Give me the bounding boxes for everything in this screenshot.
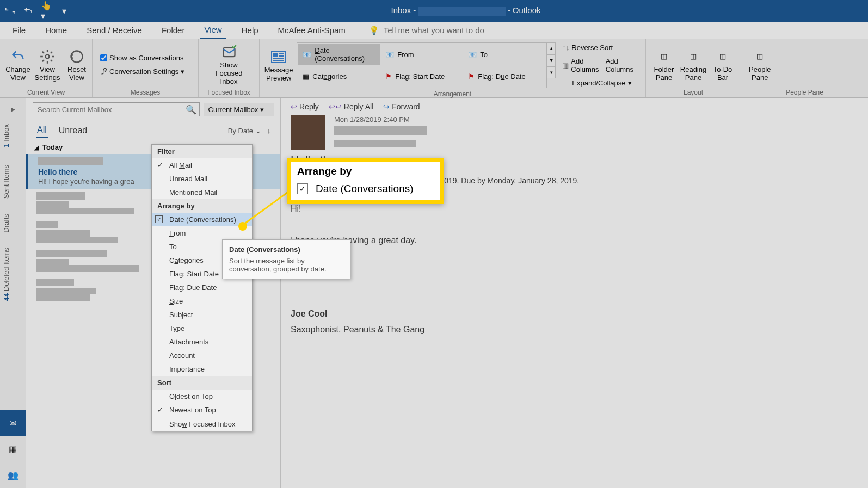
group-label-current-view: Current View — [4, 88, 88, 96]
gallery-scroll-up[interactable]: ▲ — [547, 42, 556, 54]
callout-item-label: Date (Conversations) — [316, 183, 414, 195]
expand-collapse-button[interactable]: ⁺⁻Expand/Collapse ▾ — [559, 77, 641, 89]
search-input[interactable] — [33, 103, 183, 116]
account-redacted — [418, 7, 506, 16]
mail-icon: 📧 — [468, 51, 477, 59]
arrange-from[interactable]: 📧From — [381, 44, 463, 65]
ctx-all-mail[interactable]: All Mail — [152, 158, 252, 172]
gallery-scroll-down[interactable]: ▼ — [547, 54, 556, 66]
ctx-importance[interactable]: Importance — [152, 362, 252, 376]
people-pane-button[interactable]: ◫People Pane — [746, 46, 774, 84]
group-label-messages: Messages — [97, 88, 194, 96]
ctx-attachments[interactable]: Attachments — [152, 335, 252, 349]
search-box[interactable]: 🔍 — [33, 102, 200, 116]
search-icon[interactable]: 🔍 — [183, 103, 199, 116]
view-settings-button[interactable]: View Settings — [34, 46, 61, 84]
reply-all-icon: ↩↩ — [329, 102, 342, 111]
tooltip-title: Date (Conversations) — [229, 245, 343, 254]
message-body: Hi! I hope you're having a great day. Jo… — [291, 201, 858, 337]
expand-icon: ⁺⁻ — [562, 79, 570, 87]
reply-button[interactable]: ↩Reply — [291, 102, 319, 111]
expand-rail-button[interactable]: ▸ — [0, 101, 26, 116]
arrange-date-conversations[interactable]: 📧Date (Conversations) — [298, 44, 380, 65]
reset-view-button[interactable]: Reset View — [63, 46, 90, 84]
gear-icon — [39, 48, 56, 65]
flag-icon: ⚑ — [468, 72, 475, 81]
tab-view[interactable]: View — [200, 22, 226, 39]
show-conversations-checkbox[interactable]: Show as Conversations — [97, 52, 188, 64]
callout-arrange-by: Arrange by ✓ Date (Conversations) — [287, 158, 444, 204]
ctx-flag-due[interactable]: Flag: Due Date — [152, 281, 252, 294]
rail-sent-items[interactable]: Sent Items — [0, 157, 26, 206]
arrange-flag-due[interactable]: ⚑Flag: Due Date — [464, 66, 545, 87]
folder-pane-button[interactable]: ◫Folder Pane — [650, 46, 678, 84]
add-columns-button[interactable]: ▥Add ColumnsAdd Columns — [559, 55, 641, 76]
rail-deleted-items[interactable]: 44 Deleted Items — [0, 240, 26, 311]
ctx-date-conversations[interactable]: Date (Conversations) — [152, 213, 252, 226]
change-view-icon — [9, 48, 27, 65]
tab-mcafee[interactable]: McAfee Anti-Spam — [274, 22, 350, 38]
message-preview-button[interactable]: Message Preview — [264, 46, 293, 84]
tooltip-body: Sort the message list by conversation, g… — [229, 257, 343, 273]
tab-help[interactable]: Help — [237, 22, 263, 38]
arrange-to[interactable]: 📧To — [464, 44, 545, 65]
sort-icon: ↑↓ — [562, 44, 569, 52]
reading-pane-icon: ◫ — [685, 48, 702, 65]
reading-pane-button[interactable]: ◫Reading Pane — [680, 46, 707, 84]
rail-calendar-icon[interactable]: ▦ — [0, 436, 26, 462]
ctx-header-sort: Sort — [152, 376, 252, 390]
ribbon: Change View View Settings Reset View Cur… — [0, 39, 868, 98]
gallery-more[interactable]: ▾ — [547, 66, 556, 78]
group-label-people-pane: People Pane — [746, 88, 864, 96]
filter-all[interactable]: All — [36, 123, 48, 138]
sender-avatar — [291, 115, 325, 150]
ctx-mentioned-mail[interactable]: Mentioned Mail — [152, 186, 252, 199]
tab-file[interactable]: File — [8, 22, 30, 38]
reply-all-button[interactable]: ↩↩Reply All — [329, 102, 373, 111]
todo-icon: ◫ — [714, 48, 731, 65]
arrangement-gallery[interactable]: 📧Date (Conversations) 📧From 📧To ▦Categor… — [297, 42, 547, 88]
ctx-unread-mail[interactable]: Unread Mail — [152, 172, 252, 186]
ctx-type[interactable]: Type — [152, 322, 252, 335]
arrange-flag-start[interactable]: ⚑Flag: Start Date — [381, 66, 463, 87]
rail-mail-icon[interactable]: ✉ — [0, 410, 26, 436]
ctx-oldest-on-top[interactable]: Oldest on Top — [152, 390, 252, 403]
ctx-from[interactable]: From — [152, 226, 252, 240]
ctx-newest-on-top[interactable]: Newest on Top — [152, 403, 252, 417]
ctx-show-focused[interactable]: Show Focused Inbox — [152, 417, 252, 431]
group-label-focused-inbox: Focused Inbox — [203, 88, 255, 96]
tab-home[interactable]: Home — [41, 22, 71, 38]
show-focused-inbox-button[interactable]: Show Focused Inbox — [203, 41, 255, 88]
touch-icon[interactable]: 👆▾ — [41, 6, 51, 16]
tell-me-search[interactable]: 💡 Tell me what you want to do — [369, 26, 484, 35]
tab-folder[interactable]: Folder — [157, 22, 189, 38]
qat-customize-icon[interactable]: ▾ — [59, 6, 69, 16]
conversation-settings-button[interactable]: 🗪 Conversation Settings ▾ — [97, 65, 188, 78]
undo-icon[interactable] — [23, 6, 33, 16]
svg-rect-3 — [273, 53, 278, 57]
flag-icon: ⚑ — [385, 72, 392, 81]
callout-header: Arrange by — [297, 165, 434, 181]
arrange-categories[interactable]: ▦Categories — [298, 66, 380, 87]
rail-people-icon[interactable]: 👥 — [0, 462, 26, 488]
forward-button[interactable]: ↪Forward — [383, 102, 420, 111]
ctx-size[interactable]: Size — [152, 294, 252, 308]
change-view-button[interactable]: Change View — [4, 46, 32, 84]
rail-inbox[interactable]: 1 Inbox — [0, 116, 26, 157]
todo-bar-button[interactable]: ◫To-Do Bar — [709, 46, 736, 84]
arrange-by-context-menu: Filter All Mail Unread Mail Mentioned Ma… — [151, 144, 253, 431]
folder-pane-icon: ◫ — [655, 48, 673, 65]
window-title: Inbox - - Outlook — [69, 5, 863, 16]
tab-send-receive[interactable]: Send / Receive — [82, 22, 146, 38]
group-label-arrangement: Arrangement — [264, 89, 641, 98]
nav-rail: ▸ 1 Inbox Sent Items Drafts 44 Deleted I… — [0, 98, 26, 488]
ctx-account[interactable]: Account — [152, 349, 252, 362]
by-date-dropdown[interactable]: By Date ⌄ ↓ — [228, 127, 270, 135]
refresh-icon[interactable] — [5, 6, 15, 16]
rail-drafts[interactable]: Drafts — [0, 206, 26, 240]
reverse-sort-button[interactable]: ↑↓Reverse Sort — [559, 41, 641, 54]
search-scope-dropdown[interactable]: Current Mailbox ▾ — [204, 103, 274, 116]
ctx-subject[interactable]: Subject — [152, 308, 252, 322]
group-label-layout: Layout — [650, 88, 736, 96]
ctx-header-filter: Filter — [152, 145, 252, 158]
